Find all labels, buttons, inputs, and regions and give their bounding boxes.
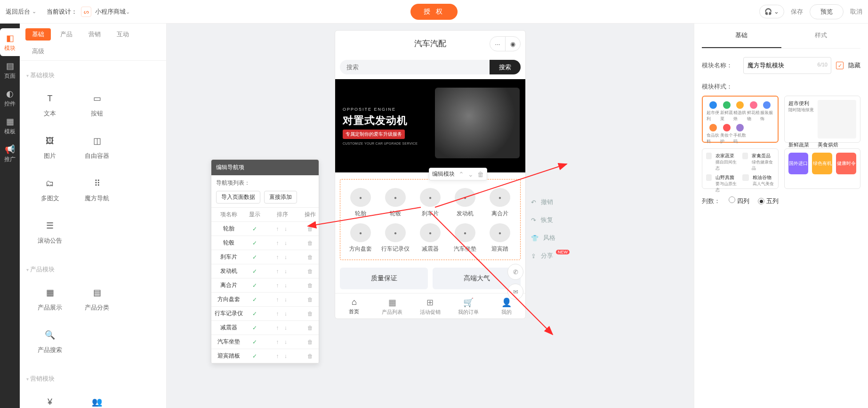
search-button[interactable]: 搜索 [490, 60, 521, 74]
module-魔方导航[interactable]: ⠿魔方导航 [73, 168, 121, 211]
leftnav-模块[interactable]: ◧模块 [0, 28, 20, 56]
sort-up-icon[interactable]: ↑ [276, 226, 281, 232]
delete-row-icon[interactable]: 🗑 [302, 296, 319, 303]
nav-cell-方向盘套[interactable]: ●方向盘套 [343, 220, 378, 256]
cancel-button[interactable]: 取消 [850, 8, 862, 16]
module-文本[interactable]: T文本 [26, 83, 73, 126]
nav-cell-减震器[interactable]: ●减震器 [413, 220, 448, 256]
delete-row-icon[interactable]: 🗑 [302, 240, 319, 246]
sort-down-icon[interactable]: ↓ [284, 325, 289, 331]
sort-up-icon[interactable]: ↑ [276, 310, 281, 317]
sort-up-icon[interactable]: ↑ [276, 325, 281, 331]
add-directly-button[interactable]: 直接添加 [264, 191, 297, 204]
radio-five-cols[interactable]: 五列 [758, 197, 779, 205]
capsule-close-icon[interactable]: ◉ [505, 37, 520, 51]
show-toggle[interactable]: ✓ [246, 226, 263, 232]
nav-cell-离合片[interactable]: ●离合片 [482, 185, 517, 220]
leftnav-推广[interactable]: 📢推广 [0, 139, 20, 167]
module-优惠券[interactable]: ¥优惠券 [26, 387, 73, 408]
delete-row-icon[interactable]: 🗑 [302, 339, 319, 345]
leftnav-页面[interactable]: ▤页面 [0, 56, 20, 84]
sort-up-icon[interactable]: ↑ [276, 282, 281, 289]
sort-down-icon[interactable]: ↓ [284, 282, 289, 289]
magic-nav-module[interactable]: ●轮胎●轮毂●刹车片●发动机●离合片●方向盘套●行车记录仪●减震器●汽车坐垫●迎… [340, 179, 521, 260]
style-option-3[interactable]: 农家蔬菜摘自田间生态家禽蛋品绿色健康食品山野真菌要与山原生态粮油谷物高人气美食 [702, 148, 779, 189]
hide-checkbox[interactable]: ✓ [836, 62, 844, 69]
sort-up-icon[interactable]: ↑ [276, 254, 281, 261]
module-自由容器[interactable]: ◫自由容器 [73, 126, 121, 168]
module-滚动公告[interactable]: ☰滚动公告 [26, 211, 73, 253]
tabbar-首页[interactable]: ⌂首页 [335, 294, 373, 318]
section-基础模块[interactable]: 基础模块 [26, 71, 160, 80]
banner-module[interactable]: OPPOSITE ENGINE 对置式发动机 专属定制你的爱车升级服务 CUST… [335, 79, 525, 172]
delete-row-icon[interactable]: 🗑 [302, 325, 319, 331]
delete-row-icon[interactable]: 🗑 [302, 310, 319, 317]
share-button[interactable]: ⇪分享NEW [531, 252, 570, 260]
delete-icon[interactable]: 🗑 [477, 171, 484, 178]
theme-button[interactable]: 👕风格 [531, 234, 570, 242]
undo-button[interactable]: ↶撤销 [531, 198, 570, 206]
delete-row-icon[interactable]: 🗑 [302, 226, 319, 232]
section-营销模块[interactable]: 营销模块 [26, 375, 160, 383]
nav-cell-发动机[interactable]: ●发动机 [448, 185, 482, 220]
nav-cell-行车记录仪[interactable]: ●行车记录仪 [378, 220, 413, 256]
radio-four-cols[interactable]: 四列 [729, 196, 749, 205]
redo-button[interactable]: ↷恢复 [531, 216, 570, 224]
edit-module-button[interactable]: 编辑模块 [432, 170, 455, 178]
style-option-1[interactable]: 超市便利新鲜蔬菜精选烘焙鲜花植物服装服饰食品饮料美妆个护手机数码 [702, 96, 779, 143]
promo-card-1[interactable]: 质量保证 [340, 268, 428, 289]
style-option-2[interactable]: 超市便利随时随地惬意 新鲜蔬菜绿色健康食品 美食烘焙走遍满城美食 [784, 96, 860, 143]
module-tab-互动[interactable]: 互动 [110, 28, 136, 41]
show-toggle[interactable]: ✓ [246, 268, 263, 275]
nav-cell-轮毂[interactable]: ●轮毂 [378, 185, 413, 220]
tab-basic[interactable]: 基础 [702, 24, 781, 48]
search-input[interactable] [340, 60, 490, 74]
section-产品模块[interactable]: 产品模块 [26, 265, 160, 274]
module-tab-营销[interactable]: 营销 [82, 28, 107, 41]
module-图片[interactable]: 🖼图片 [26, 126, 73, 168]
authorize-button[interactable]: 授 权 [410, 4, 458, 20]
tabbar-我的订单[interactable]: 🛒我的订单 [449, 294, 487, 318]
module-产品展示[interactable]: ▦产品展示 [26, 277, 73, 320]
fab-phone-icon[interactable]: ✆ [507, 264, 523, 280]
move-up-icon[interactable]: ⌃ [458, 171, 464, 178]
nav-cell-迎宾踏[interactable]: ●迎宾踏 [482, 220, 517, 256]
module-产品分类[interactable]: ▤产品分类 [73, 277, 121, 320]
back-to-admin-link[interactable]: 返回后台 [6, 8, 36, 16]
preview-button[interactable]: 预览 [810, 4, 844, 19]
nav-cell-轮胎[interactable]: ●轮胎 [343, 185, 378, 220]
module-多人拼团[interactable]: 👥多人拼团 [73, 387, 121, 408]
leftnav-模板[interactable]: ▦模板 [0, 112, 20, 139]
sort-down-icon[interactable]: ↓ [284, 353, 289, 359]
delete-row-icon[interactable]: 🗑 [302, 268, 319, 275]
sort-down-icon[interactable]: ↓ [284, 268, 289, 275]
move-down-icon[interactable]: ⌄ [468, 171, 474, 178]
delete-row-icon[interactable]: 🗑 [302, 254, 319, 261]
sort-down-icon[interactable]: ↓ [284, 296, 289, 303]
module-产品搜索[interactable]: 🔍产品搜索 [26, 320, 73, 362]
sort-up-icon[interactable]: ↑ [276, 240, 281, 246]
delete-row-icon[interactable]: 🗑 [302, 282, 319, 289]
nav-cell-刹车片[interactable]: ●刹车片 [413, 185, 448, 220]
show-toggle[interactable]: ✓ [246, 353, 263, 359]
sort-up-icon[interactable]: ↑ [276, 268, 281, 275]
support-button[interactable]: 🎧 ⌄ [759, 5, 784, 18]
sort-down-icon[interactable]: ↓ [284, 310, 289, 317]
show-toggle[interactable]: ✓ [246, 240, 263, 246]
import-page-data-button[interactable]: 导入页面数据 [216, 191, 260, 204]
sort-up-icon[interactable]: ↑ [276, 296, 281, 303]
sort-down-icon[interactable]: ↓ [284, 240, 289, 246]
sort-up-icon[interactable]: ↑ [276, 339, 281, 345]
module-按钮[interactable]: ▭按钮 [73, 83, 121, 126]
module-tab-产品[interactable]: 产品 [54, 28, 79, 41]
show-toggle[interactable]: ✓ [246, 339, 263, 345]
show-toggle[interactable]: ✓ [246, 254, 263, 261]
capsule-more-icon[interactable]: ··· [490, 37, 505, 51]
sort-up-icon[interactable]: ↑ [276, 353, 281, 359]
tabbar-产品列表[interactable]: ▦产品列表 [373, 294, 411, 318]
nav-cell-汽车坐垫[interactable]: ●汽车坐垫 [448, 220, 482, 256]
module-tab-高级[interactable]: 高级 [25, 45, 161, 57]
style-option-4[interactable]: 国外进口绿色有机健康时令 [784, 148, 861, 189]
tabbar-活动促销[interactable]: ⊞活动促销 [411, 294, 450, 318]
show-toggle[interactable]: ✓ [246, 310, 263, 317]
